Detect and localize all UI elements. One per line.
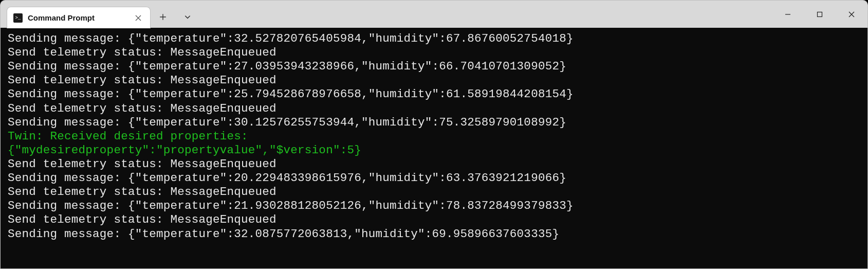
window-controls bbox=[772, 1, 867, 28]
terminal-line: Sending message: {"temperature":25.79452… bbox=[8, 87, 861, 101]
terminal-output[interactable]: Sending message: {"temperature":32.52782… bbox=[0, 28, 868, 269]
terminal-line: Sending message: {"temperature":32.08757… bbox=[8, 227, 861, 241]
tab-dropdown-button[interactable] bbox=[175, 6, 200, 28]
terminal-line: Sending message: {"temperature":30.12576… bbox=[8, 116, 861, 130]
terminal-line: Send telemetry status: MessageEnqueued bbox=[8, 74, 861, 87]
terminal-line: {"mydesiredproperty":"propertyvalue","$v… bbox=[8, 144, 861, 157]
terminal-line: Send telemetry status: MessageEnqueued bbox=[8, 46, 861, 60]
terminal-line: Send telemetry status: MessageEnqueued bbox=[8, 102, 861, 116]
terminal-line: Sending message: {"temperature":32.52782… bbox=[8, 32, 861, 46]
tab-title: Command Prompt bbox=[28, 13, 128, 22]
svg-rect-0 bbox=[818, 12, 822, 16]
new-tab-button[interactable] bbox=[151, 6, 175, 28]
terminal-line: Send telemetry status: MessageEnqueued bbox=[8, 157, 861, 171]
terminal-line: Send telemetry status: MessageEnqueued bbox=[8, 185, 861, 199]
cmd-icon: >_ bbox=[13, 13, 23, 23]
terminal-line: Send telemetry status: MessageEnqueued bbox=[8, 213, 861, 227]
terminal-line: Sending message: {"temperature":21.93028… bbox=[8, 199, 861, 213]
maximize-button[interactable] bbox=[804, 1, 836, 28]
close-window-button[interactable] bbox=[836, 1, 867, 28]
window-titlebar: >_ Command Prompt bbox=[0, 0, 868, 28]
tab-command-prompt[interactable]: >_ Command Prompt bbox=[7, 7, 151, 28]
close-tab-button[interactable] bbox=[134, 13, 143, 23]
tab-strip: >_ Command Prompt bbox=[1, 1, 200, 28]
minimize-button[interactable] bbox=[772, 1, 804, 28]
terminal-line: Sending message: {"temperature":27.03953… bbox=[8, 60, 861, 74]
terminal-line: Twin: Received desired properties: bbox=[8, 130, 861, 144]
terminal-line: Sending message: {"temperature":20.22948… bbox=[8, 171, 861, 185]
